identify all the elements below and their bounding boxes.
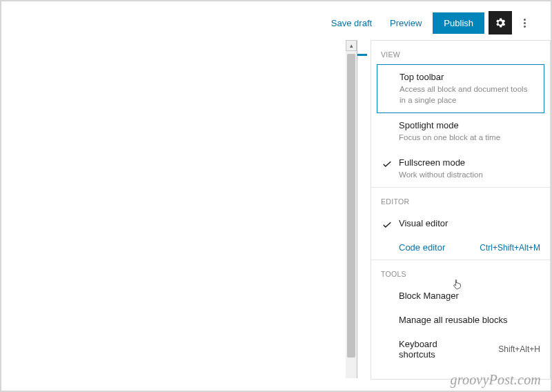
check-icon <box>381 219 393 233</box>
menu-item-title: Visual editor <box>399 218 448 228</box>
menu-top-toolbar[interactable]: Top toolbar Access all block and documen… <box>377 64 544 113</box>
options-panel: VIEW Top toolbar Access all block and do… <box>371 40 551 380</box>
menu-item-title: Manage all reusable blocks <box>399 315 508 325</box>
menu-item-title: Block Manager <box>399 291 459 301</box>
editor-canvas: ▴ <box>23 40 357 378</box>
menu-item-title: Fullscreen mode <box>399 157 540 168</box>
gear-icon <box>494 17 506 29</box>
menu-keyboard-shortcuts[interactable]: Keyboard shortcuts Shift+Alt+H <box>371 332 550 366</box>
check-icon <box>381 158 393 173</box>
menu-item-shortcut: Shift+Alt+H <box>498 344 540 354</box>
settings-button[interactable] <box>489 11 512 35</box>
menu-spotlight-mode[interactable]: Spotlight mode Focus on one block at a t… <box>371 113 550 150</box>
editor-section-label: EDITOR <box>371 188 550 211</box>
save-draft-link[interactable]: Save draft <box>324 12 379 34</box>
menu-item-desc: Access all block and document tools in a… <box>400 84 535 106</box>
menu-fullscreen-mode[interactable]: Fullscreen mode Work without distraction <box>371 150 550 188</box>
menu-item-desc: Work without distraction <box>399 170 540 181</box>
menu-item-title: Top toolbar <box>400 72 535 82</box>
menu-item-title: Spotlight mode <box>399 120 540 130</box>
more-options-button[interactable] <box>516 11 533 35</box>
editor-topbar: Save draft Preview Publish <box>324 11 533 35</box>
menu-reusable-blocks[interactable]: Manage all reusable blocks <box>371 308 550 332</box>
chevron-up-icon: ▴ <box>350 42 353 49</box>
scrollbar-track[interactable] <box>346 51 357 378</box>
kebab-icon <box>524 18 526 28</box>
scroll-indicator <box>357 54 367 56</box>
scroll-up-button[interactable]: ▴ <box>346 40 357 51</box>
menu-code-editor[interactable]: Code editor Ctrl+Shift+Alt+M <box>371 235 550 259</box>
menu-block-manager[interactable]: Block Manager <box>371 284 550 308</box>
menu-visual-editor[interactable]: Visual editor <box>371 211 550 235</box>
menu-item-title: Code editor <box>399 242 445 253</box>
scrollbar-thumb[interactable] <box>347 54 355 357</box>
publish-button[interactable]: Publish <box>433 12 484 34</box>
menu-item-desc: Focus on one block at a time <box>399 133 540 144</box>
view-section-label: VIEW <box>371 41 550 64</box>
menu-item-title: Keyboard shortcuts <box>399 339 461 360</box>
preview-link[interactable]: Preview <box>383 12 428 34</box>
tools-section-label: TOOLS <box>371 260 550 284</box>
menu-item-shortcut: Ctrl+Shift+Alt+M <box>480 243 540 253</box>
